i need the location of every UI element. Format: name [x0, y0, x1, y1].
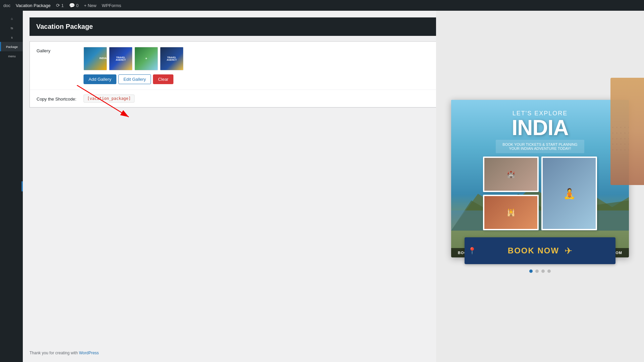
sidebar-item-pages[interactable]: s: [0, 33, 23, 42]
shortcode-value[interactable]: [vacation_package]: [84, 95, 135, 103]
india-promo-card: LET'S EXPLORE INDIA BOOK YOUR TICKETS & …: [451, 100, 629, 257]
collage-photo-1: 🏰: [483, 157, 539, 192]
carousel-dots: [529, 269, 551, 273]
gallery-label: Gallery: [37, 47, 84, 53]
sidebar-item-menu[interactable]: menu: [0, 51, 23, 61]
gallery-thumb-3[interactable]: ✈: [135, 47, 158, 70]
location-pin-icon: 📍: [468, 247, 476, 255]
india-promo-content: LET'S EXPLORE INDIA BOOK YOUR TICKETS & …: [451, 100, 629, 257]
admin-bar-revisions[interactable]: ⟳ 1: [56, 3, 64, 8]
carousel-dot-1[interactable]: [529, 269, 533, 273]
clear-button[interactable]: Clear: [153, 74, 173, 84]
admin-bar-post-title-label: Vacation Package: [16, 3, 51, 8]
carousel-dot-3[interactable]: [541, 269, 545, 273]
book-now-text: BOOK NOW: [508, 246, 559, 255]
gallery-thumb-4[interactable]: TRAVELAGENCY: [160, 47, 183, 70]
admin-bar-wpforms[interactable]: WPForms: [102, 3, 121, 8]
footer-wordpress-link[interactable]: WordPress: [79, 351, 99, 355]
admin-bar-revisions-count: 1: [61, 3, 64, 8]
gallery-thumb-1[interactable]: INDIA: [84, 47, 107, 70]
admin-bar-post-title[interactable]: Vacation Package: [16, 3, 51, 8]
sidebar-item-posts[interactable]: ts: [0, 23, 23, 33]
footer: Thank you for creating with WordPress: [30, 351, 99, 355]
collage-photo-3: 🕌: [483, 195, 539, 230]
india-heading: INDIA: [512, 117, 568, 138]
gallery-thumb-2[interactable]: TRAVELAGENCY: [109, 47, 132, 70]
edit-gallery-button[interactable]: Edit Gallery: [118, 74, 151, 84]
admin-bar-comments-count: 0: [76, 3, 78, 8]
footer-text: Thank you for creating with: [30, 351, 78, 355]
admin-bar-new[interactable]: + New: [84, 3, 96, 8]
book-now-banner: 📍 BOOK NOW ✈: [465, 237, 615, 264]
plane-icon: ✈: [565, 245, 572, 256]
admin-bar-site-label: doc: [3, 3, 10, 8]
admin-bar-comments[interactable]: 💬 0: [69, 3, 78, 8]
person-preview: [610, 78, 644, 185]
admin-bar-site[interactable]: doc: [3, 3, 10, 8]
shortcode-label: Copy the Shortcode:: [37, 95, 84, 102]
collage-photo-2: 🧘: [541, 157, 597, 230]
add-gallery-button[interactable]: Add Gallery: [84, 74, 116, 84]
preview-panel: LET'S EXPLORE INDIA BOOK YOUR TICKETS & …: [436, 11, 644, 362]
admin-bar-new-label: + New: [84, 3, 96, 8]
admin-bar-wpforms-label: WPForms: [102, 3, 121, 8]
sidebar-item-dashboard[interactable]: ⌂: [0, 13, 23, 23]
carousel-dot-4[interactable]: [547, 269, 551, 273]
sidebar-item-package[interactable]: Package: [0, 42, 23, 51]
photo-collage: 🏰 🧘 🕌: [483, 157, 597, 230]
carousel-dot-2[interactable]: [535, 269, 539, 273]
admin-bar: doc Vacation Package ⟳ 1 💬 0 + New WPFor…: [0, 0, 644, 11]
sidebar: ⌂ ts s Package menu: [0, 11, 23, 362]
book-tickets-text: BOOK YOUR TICKETS & START PLANNINGYOUR I…: [496, 140, 584, 153]
